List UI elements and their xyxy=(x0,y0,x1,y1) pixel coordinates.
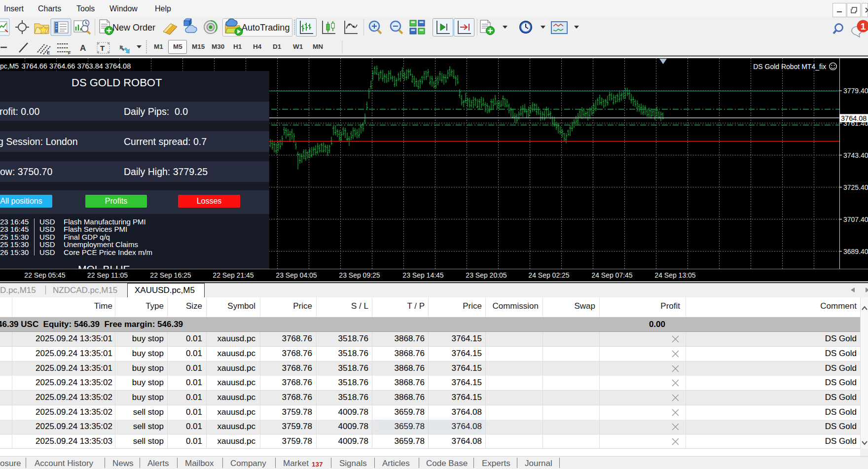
svg-text:22 Sep 05:45: 22 Sep 05:45 xyxy=(24,271,66,279)
svg-text:24 Sep 02:25: 24 Sep 02:25 xyxy=(528,271,570,279)
svg-text:3764.66 3764.66 3763.84 3764.0: 3764.66 3764.66 3763.84 3764.08 xyxy=(22,62,131,70)
svg-text:22 Sep 16:25: 22 Sep 16:25 xyxy=(150,271,191,279)
svg-text:pc,M5: pc,M5 xyxy=(0,62,19,70)
svg-text:F: F xyxy=(68,50,71,55)
svg-text:DS Gold Robot MT4_fix: DS Gold Robot MT4_fix xyxy=(753,63,826,71)
svg-text:3764.08: 3764.08 xyxy=(841,114,867,122)
svg-text:3725.40: 3725.40 xyxy=(843,183,868,191)
svg-text:23 Sep 09:25: 23 Sep 09:25 xyxy=(339,271,380,279)
svg-text:3743.40: 3743.40 xyxy=(843,151,868,159)
svg-text:22 Sep 11:05: 22 Sep 11:05 xyxy=(87,271,128,279)
svg-text:23 Sep 14:45: 23 Sep 14:45 xyxy=(402,271,444,279)
svg-text:T: T xyxy=(100,44,105,52)
svg-text:23 Sep 04:05: 23 Sep 04:05 xyxy=(276,271,317,279)
svg-text:23 Sep 20:05: 23 Sep 20:05 xyxy=(466,271,507,279)
svg-text:1: 1 xyxy=(861,21,866,32)
svg-text:24 Sep 13:05: 24 Sep 13:05 xyxy=(654,271,696,279)
svg-text:22 Sep 21:45: 22 Sep 21:45 xyxy=(213,271,254,279)
svg-text:E: E xyxy=(47,50,50,55)
svg-text:3689.40: 3689.40 xyxy=(843,248,868,255)
svg-text:A: A xyxy=(80,43,86,53)
svg-text:3779.40: 3779.40 xyxy=(843,87,868,95)
svg-text:3707.40: 3707.40 xyxy=(843,216,868,223)
svg-text:24 Sep 07:45: 24 Sep 07:45 xyxy=(591,271,633,279)
